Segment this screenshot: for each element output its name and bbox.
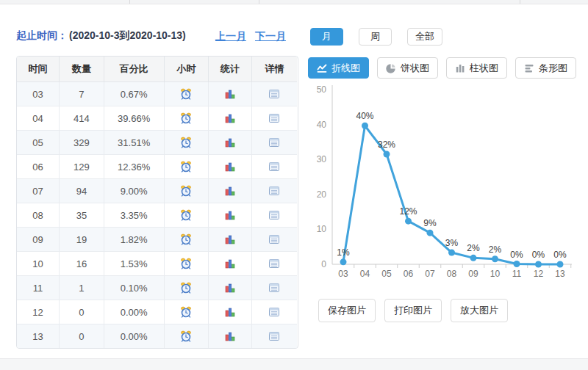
svg-text:2%: 2% bbox=[467, 243, 480, 253]
tab-label: 条形图 bbox=[539, 62, 567, 75]
clock-icon[interactable] bbox=[180, 258, 192, 269]
table-row: 08353.35% bbox=[17, 203, 297, 228]
stats-icon[interactable] bbox=[224, 112, 236, 124]
clock-icon[interactable] bbox=[180, 306, 192, 318]
details-icon[interactable] bbox=[268, 233, 280, 245]
clock-icon-cell bbox=[164, 324, 209, 349]
percent-cell: 0.67% bbox=[104, 82, 164, 106]
clock-icon[interactable] bbox=[180, 185, 192, 197]
count-cell: 7 bbox=[60, 82, 104, 106]
details-icon-cell bbox=[251, 300, 297, 324]
clock-icon[interactable] bbox=[180, 161, 192, 173]
stats-icon[interactable] bbox=[224, 161, 236, 173]
time-cell: 11 bbox=[17, 276, 60, 300]
stats-icon[interactable] bbox=[224, 137, 236, 148]
clock-icon[interactable] bbox=[180, 282, 192, 294]
clock-icon-cell bbox=[164, 203, 209, 228]
stats-icon-cell bbox=[209, 252, 252, 276]
stats-icon-cell bbox=[209, 300, 252, 324]
range-button-group: 月 周 全部 bbox=[310, 28, 442, 46]
tab-bar-chart[interactable]: 条形图 bbox=[515, 57, 576, 79]
svg-text:1%: 1% bbox=[337, 247, 350, 258]
clock-icon[interactable] bbox=[180, 209, 192, 221]
percent-cell: 12.36% bbox=[104, 155, 164, 179]
stats-icon[interactable] bbox=[224, 185, 236, 197]
details-icon-cell bbox=[251, 252, 297, 276]
clock-icon[interactable] bbox=[180, 88, 192, 100]
count-cell: 19 bbox=[60, 228, 104, 252]
prev-month-link[interactable]: 上一月 bbox=[215, 30, 246, 43]
clock-icon[interactable] bbox=[180, 137, 192, 148]
stats-icon[interactable] bbox=[224, 209, 236, 221]
clock-icon[interactable] bbox=[180, 233, 192, 245]
count-cell: 0 bbox=[60, 324, 104, 349]
details-icon[interactable] bbox=[268, 161, 280, 173]
tab-label: 折线图 bbox=[331, 62, 360, 75]
stats-icon[interactable] bbox=[224, 233, 236, 245]
percent-cell: 31.51% bbox=[104, 131, 164, 155]
clock-icon-cell bbox=[164, 106, 209, 131]
stats-icon[interactable] bbox=[224, 282, 236, 294]
svg-text:07: 07 bbox=[425, 269, 435, 279]
clock-icon-cell bbox=[164, 300, 209, 324]
top-strip-divider bbox=[259, 0, 259, 4]
clock-icon-cell bbox=[164, 131, 209, 155]
next-month-link[interactable]: 下一月 bbox=[255, 30, 286, 43]
svg-text:0: 0 bbox=[321, 259, 326, 269]
svg-text:11: 11 bbox=[512, 269, 522, 279]
details-icon-cell bbox=[251, 276, 297, 300]
clock-icon[interactable] bbox=[180, 330, 192, 342]
details-icon[interactable] bbox=[268, 306, 280, 318]
stats-icon[interactable] bbox=[224, 88, 236, 100]
stats-icon[interactable] bbox=[224, 306, 236, 318]
count-cell: 1 bbox=[60, 276, 104, 300]
details-icon[interactable] bbox=[268, 330, 280, 342]
top-edge-strip bbox=[0, 0, 588, 4]
details-icon-cell bbox=[251, 155, 297, 179]
print-image-button[interactable]: 打印图片 bbox=[384, 299, 442, 322]
details-icon[interactable] bbox=[268, 282, 280, 294]
pie-chart-icon bbox=[386, 63, 396, 73]
svg-text:13: 13 bbox=[555, 269, 565, 279]
percent-cell: 39.66% bbox=[104, 106, 164, 131]
range-button-all[interactable]: 全部 bbox=[407, 28, 442, 46]
image-action-buttons: 保存图片 打印图片 放大图片 bbox=[318, 299, 508, 322]
count-cell: 16 bbox=[60, 252, 104, 276]
details-icon[interactable] bbox=[268, 258, 280, 269]
chart-type-tabs: 折线图 饼状图 柱状图 条形图 bbox=[308, 57, 576, 79]
percent-cell: 1.53% bbox=[104, 252, 164, 276]
clock-icon-cell bbox=[164, 276, 209, 300]
svg-text:12: 12 bbox=[534, 269, 544, 279]
svg-text:08: 08 bbox=[447, 269, 457, 279]
clock-icon-cell bbox=[164, 252, 209, 276]
svg-text:06: 06 bbox=[404, 269, 414, 279]
column-header-hour: 小时 bbox=[164, 57, 209, 82]
details-icon[interactable] bbox=[268, 209, 280, 221]
time-cell: 09 bbox=[17, 228, 60, 252]
stats-icon-cell bbox=[209, 228, 252, 252]
details-icon[interactable] bbox=[268, 112, 280, 124]
details-icon[interactable] bbox=[268, 185, 280, 197]
range-button-month[interactable]: 月 bbox=[310, 28, 343, 46]
time-cell: 06 bbox=[17, 155, 60, 179]
table-row: 1200.00% bbox=[17, 300, 297, 324]
enlarge-image-button[interactable]: 放大图片 bbox=[451, 299, 508, 322]
tab-pie-chart[interactable]: 饼状图 bbox=[377, 57, 438, 79]
date-range-value: (2020-10-3到2020-10-13) bbox=[69, 29, 186, 41]
clock-icon-cell bbox=[164, 179, 209, 203]
time-cell: 04 bbox=[17, 106, 60, 131]
stats-icon[interactable] bbox=[224, 258, 236, 269]
table-row: 1110.10% bbox=[17, 276, 297, 300]
range-button-week[interactable]: 周 bbox=[359, 28, 392, 46]
count-cell: 129 bbox=[60, 155, 104, 179]
tab-column-chart[interactable]: 柱状图 bbox=[446, 57, 507, 79]
count-cell: 35 bbox=[60, 203, 104, 228]
clock-icon[interactable] bbox=[180, 112, 192, 124]
tab-line-chart[interactable]: 折线图 bbox=[308, 57, 369, 79]
details-icon[interactable] bbox=[268, 88, 280, 100]
details-icon[interactable] bbox=[268, 137, 280, 148]
table-row: 0441439.66% bbox=[17, 106, 297, 131]
time-cell: 12 bbox=[17, 300, 60, 324]
save-image-button[interactable]: 保存图片 bbox=[318, 299, 376, 322]
stats-icon[interactable] bbox=[224, 330, 236, 342]
